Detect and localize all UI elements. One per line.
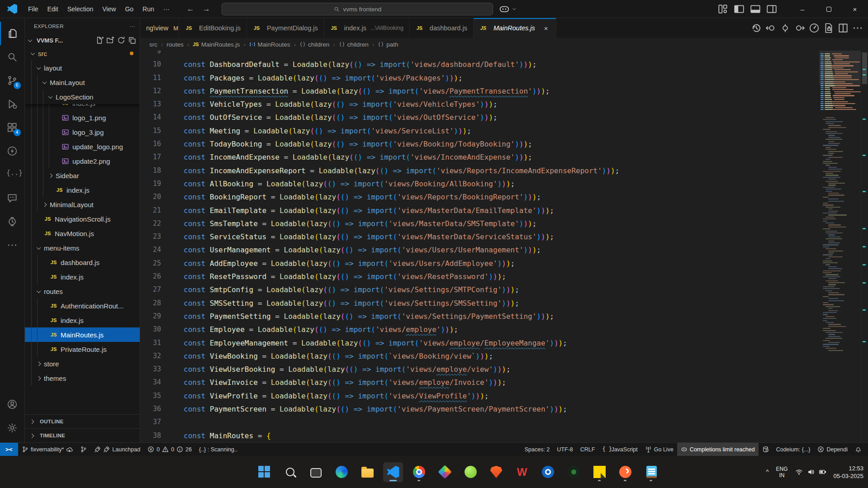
- breadcrumb-item-children[interactable]: children: [339, 41, 369, 48]
- tree-item-logo-1-png[interactable]: logo_1.png: [25, 110, 140, 125]
- menu-edit[interactable]: Edit: [43, 0, 63, 18]
- taskbar-search[interactable]: [280, 462, 300, 482]
- tray-chevron-button[interactable]: ^: [766, 468, 768, 475]
- nav-circle-icon[interactable]: [779, 22, 791, 34]
- customize-layout-icon[interactable]: [717, 3, 729, 15]
- tab-mainroutes-js[interactable]: JSMainRoutes.js×: [474, 18, 556, 38]
- status-indentation[interactable]: Spaces: 2: [521, 443, 554, 456]
- status-encoding[interactable]: UTF-8: [553, 443, 576, 456]
- tree-item-src[interactable]: src: [25, 46, 140, 61]
- outline-section[interactable]: OUTLINE: [25, 414, 140, 428]
- status-codeium[interactable]: Codeium: {...}: [773, 443, 814, 456]
- toggle-panel-icon[interactable]: [749, 3, 761, 15]
- menu-[interactable]: ···: [159, 0, 174, 18]
- close-tab-icon[interactable]: ×: [542, 24, 550, 32]
- tab-paymentdialog-js[interactable]: JSPaymentDialog.js: [247, 18, 324, 38]
- tray-icons[interactable]: [795, 468, 826, 476]
- activitybar-object-braces[interactable]: {..}: [0, 163, 25, 186]
- tree-item-themes[interactable]: themes: [25, 371, 140, 385]
- tree-item-menu-items[interactable]: menu-items: [25, 241, 140, 255]
- menu-run[interactable]: Run: [138, 0, 159, 18]
- clock[interactable]: 12:53 05-03-2025: [834, 464, 864, 480]
- taskbar-file-explorer[interactable]: [357, 462, 377, 482]
- status-db-status[interactable]: [759, 443, 773, 456]
- breadcrumb-item-mainroutes-js[interactable]: JSMainRoutes.js: [193, 41, 240, 48]
- taskbar-green-app[interactable]: [460, 462, 480, 482]
- breadcrumb-item-routes[interactable]: routes: [166, 41, 184, 48]
- minimize-button[interactable]: –: [789, 0, 816, 18]
- tree-item-index-js[interactable]: JSindex.js: [25, 183, 140, 197]
- split-editor-icon[interactable]: [837, 22, 849, 34]
- breadcrumb-item-children[interactable]: children: [299, 41, 329, 48]
- tree-item-privateroute-js[interactable]: JSPrivateRoute.js: [25, 342, 140, 356]
- breadcrumb[interactable]: src›routes›JSMainRoutes.js›MainRoutes›ch…: [140, 38, 868, 51]
- copilot-button[interactable]: [498, 2, 517, 16]
- tree-item-index-js[interactable]: JSindex.js: [25, 270, 140, 284]
- status-notifications[interactable]: [851, 443, 865, 456]
- tree-item-mainroutes-js[interactable]: JSMainRoutes.js: [25, 327, 140, 342]
- status-remote[interactable]: ><: [0, 443, 18, 456]
- taskbar-postman[interactable]: [615, 462, 635, 482]
- nav-back-circle-icon[interactable]: [765, 22, 777, 34]
- activitybar-search[interactable]: [0, 45, 25, 69]
- tab-ng-view[interactable]: ng\viewM: [140, 18, 179, 38]
- tree-item-logosection[interactable]: LogoSection: [25, 90, 140, 104]
- scrollbar[interactable]: [861, 51, 868, 442]
- collapse-folders-icon[interactable]: [128, 36, 136, 44]
- activitybar-source-control[interactable]: 6: [0, 69, 25, 92]
- taskbar-dark-app[interactable]: [564, 462, 583, 482]
- command-center-search[interactable]: vvms frontend: [222, 3, 493, 15]
- tree-item-layout[interactable]: layout: [25, 61, 140, 75]
- tree-item-logo-3-jpg[interactable]: logo_3.jpg: [25, 125, 140, 139]
- run-gauge-icon[interactable]: [808, 22, 820, 34]
- workspace-section-header[interactable]: VVMS F...: [25, 34, 140, 46]
- tree-item-update-logo-png[interactable]: update_logo.png: [25, 139, 140, 154]
- tree-item-mainlayout[interactable]: MainLayout: [25, 75, 140, 90]
- tree-item-routes[interactable]: routes: [25, 284, 140, 298]
- tree-item-update2-png[interactable]: update2.png: [25, 154, 140, 168]
- status-copilot-status[interactable]: Completions limit reached: [677, 443, 759, 456]
- tree-item-store[interactable]: store: [25, 356, 140, 371]
- activitybar-settings[interactable]: [0, 416, 25, 440]
- menu-selection[interactable]: Selection: [63, 0, 98, 18]
- activitybar-thunder-client[interactable]: [0, 139, 25, 163]
- taskbar-sticky-notes[interactable]: [589, 462, 609, 482]
- taskbar-task-view[interactable]: [306, 462, 326, 482]
- tab-editbooking-js[interactable]: JSEditBooking.js: [179, 18, 247, 38]
- code-editor[interactable]: 910const DashboardDefault = Loadable(laz…: [140, 51, 819, 442]
- timeline-section[interactable]: TIMELINE: [25, 428, 140, 442]
- tree-item-navmotion-js[interactable]: JSNavMotion.js: [25, 226, 140, 241]
- tree-item-minimallayout[interactable]: MinimalLayout: [25, 197, 140, 212]
- activitybar-accounts[interactable]: [0, 393, 25, 416]
- taskbar-notepad[interactable]: [641, 462, 661, 482]
- taskbar-start[interactable]: [254, 462, 274, 482]
- tree-item-sidebar[interactable]: Sidebar: [25, 168, 140, 183]
- activitybar-extensions[interactable]: 4: [0, 116, 25, 139]
- activitybar-run-and-debug[interactable]: [0, 92, 25, 116]
- breadcrumb-item-mainroutes[interactable]: MainRoutes: [249, 41, 290, 48]
- refresh-explorer-icon[interactable]: [117, 36, 125, 44]
- activitybar-more-views[interactable]: [0, 233, 25, 257]
- toggle-primary-sidebar-icon[interactable]: [733, 3, 745, 15]
- menu-file[interactable]: File: [24, 0, 43, 18]
- status-git-branch[interactable]: fixvernability*: [18, 443, 77, 456]
- more-actions-icon[interactable]: [852, 22, 863, 34]
- nav-back-button[interactable]: ←: [187, 5, 194, 14]
- close-button[interactable]: ×: [842, 0, 868, 18]
- minimap[interactable]: [819, 51, 861, 442]
- taskbar-wamp[interactable]: W: [512, 462, 532, 482]
- tree-item-navigationscroll-js[interactable]: JSNavigationScroll.js: [25, 212, 140, 226]
- menu-go[interactable]: Go: [120, 0, 138, 18]
- status-git-graph[interactable]: [76, 443, 90, 456]
- tab-dashboard-js[interactable]: JSdashboard.js: [410, 18, 474, 38]
- tab-index-js[interactable]: JSindex.js...\AllBooking: [324, 18, 410, 38]
- activitybar-explorer[interactable]: [0, 22, 25, 45]
- tree-item-dashboard-js[interactable]: JSdashboard.js: [25, 255, 140, 270]
- status-eol[interactable]: CRLF: [577, 443, 599, 456]
- taskbar-devtoys[interactable]: [435, 462, 455, 482]
- taskbar-vscode[interactable]: [383, 462, 403, 482]
- new-folder-icon[interactable]: [106, 36, 114, 44]
- breadcrumb-item-src[interactable]: src: [149, 41, 157, 48]
- tree-item-authenticationrout---[interactable]: JSAuthenticationRout...: [25, 298, 140, 313]
- tree-item-index-js[interactable]: JSindex.js: [25, 313, 140, 327]
